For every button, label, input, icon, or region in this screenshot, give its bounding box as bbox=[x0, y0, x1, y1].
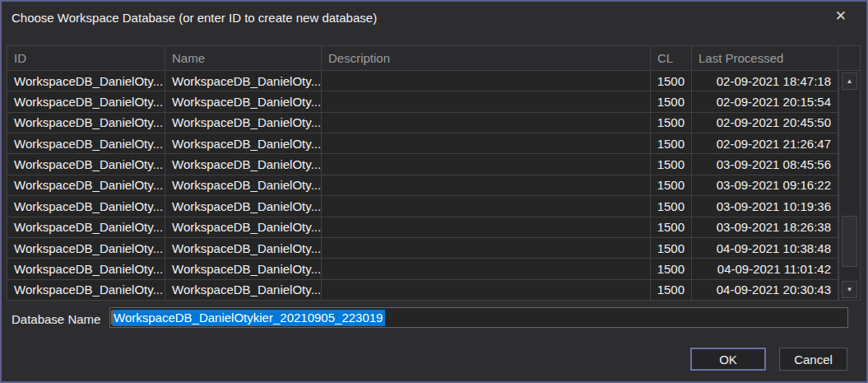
cell-cl[interactable]: 1500 bbox=[651, 196, 692, 216]
cell-id[interactable]: WorkspaceDB_DanielOty... bbox=[7, 175, 165, 195]
choose-workspace-database-dialog: Choose Workspace Database (or enter ID t… bbox=[0, 0, 868, 383]
column-header-description[interactable]: Description bbox=[322, 46, 651, 70]
scroll-up-icon: ▲ bbox=[847, 78, 853, 85]
cancel-button[interactable]: Cancel bbox=[779, 348, 847, 371]
cell-id[interactable]: WorkspaceDB_DanielOty... bbox=[7, 259, 165, 278]
table-row[interactable]: WorkspaceDB_DanielOty...WorkspaceDB_Dani… bbox=[7, 71, 838, 91]
cell-id[interactable]: WorkspaceDB_DanielOty... bbox=[7, 71, 165, 91]
cell-description[interactable] bbox=[322, 154, 651, 174]
cell-description[interactable] bbox=[322, 133, 651, 153]
cell-name[interactable]: WorkspaceDB_DanielOty... bbox=[165, 154, 322, 174]
cell-id[interactable]: WorkspaceDB_DanielOty... bbox=[7, 113, 165, 133]
table-row[interactable]: WorkspaceDB_DanielOty...WorkspaceDB_Dani… bbox=[7, 238, 838, 259]
database-name-value: WorkspaceDB_DanielOtykier_20210905_22301… bbox=[113, 310, 385, 326]
cell-last-processed[interactable]: 03-09-2021 10:19:36 bbox=[692, 196, 838, 216]
cell-cl[interactable]: 1500 bbox=[651, 259, 692, 278]
table-row[interactable]: WorkspaceDB_DanielOty...WorkspaceDB_Dani… bbox=[7, 280, 838, 300]
cell-last-processed[interactable]: 04-09-2021 20:30:43 bbox=[692, 280, 838, 300]
database-name-input[interactable]: WorkspaceDB_DanielOtykier_20210905_22301… bbox=[109, 307, 848, 328]
database-name-label: Database Name bbox=[12, 312, 100, 326]
cell-name[interactable]: WorkspaceDB_DanielOty... bbox=[165, 217, 322, 237]
cell-name[interactable]: WorkspaceDB_DanielOty... bbox=[165, 175, 322, 195]
cell-last-processed[interactable]: 02-09-2021 20:15:54 bbox=[692, 91, 838, 111]
cell-name[interactable]: WorkspaceDB_DanielOty... bbox=[165, 113, 322, 133]
table-row[interactable]: WorkspaceDB_DanielOty...WorkspaceDB_Dani… bbox=[7, 217, 838, 238]
scrollbar-thumb[interactable] bbox=[842, 216, 857, 267]
cell-cl[interactable]: 1500 bbox=[651, 175, 692, 195]
column-header-spacer bbox=[838, 46, 860, 70]
table-row[interactable]: WorkspaceDB_DanielOty...WorkspaceDB_Dani… bbox=[7, 196, 838, 217]
cell-id[interactable]: WorkspaceDB_DanielOty... bbox=[7, 217, 165, 237]
cell-description[interactable] bbox=[322, 280, 651, 300]
cell-cl[interactable]: 1500 bbox=[651, 154, 692, 174]
cell-cl[interactable]: 1500 bbox=[651, 280, 692, 300]
cell-description[interactable] bbox=[322, 217, 651, 237]
cell-last-processed[interactable]: 02-09-2021 18:47:18 bbox=[692, 71, 838, 91]
column-header-last-processed[interactable]: Last Processed bbox=[692, 46, 838, 70]
vertical-scrollbar[interactable]: ▲ ▼ bbox=[838, 71, 860, 300]
cell-id[interactable]: WorkspaceDB_DanielOty... bbox=[7, 91, 165, 111]
table-row[interactable]: WorkspaceDB_DanielOty...WorkspaceDB_Dani… bbox=[7, 154, 838, 175]
cell-last-processed[interactable]: 02-09-2021 21:26:47 bbox=[692, 133, 838, 153]
scroll-down-button[interactable]: ▼ bbox=[842, 281, 857, 298]
cell-id[interactable]: WorkspaceDB_DanielOty... bbox=[7, 280, 165, 300]
workspace-database-grid: ID Name Description CL Last Processed Wo… bbox=[7, 45, 861, 301]
cell-description[interactable] bbox=[322, 175, 651, 195]
table-row[interactable]: WorkspaceDB_DanielOty...WorkspaceDB_Dani… bbox=[7, 175, 838, 196]
table-row[interactable]: WorkspaceDB_DanielOty...WorkspaceDB_Dani… bbox=[7, 259, 838, 279]
cell-name[interactable]: WorkspaceDB_DanielOty... bbox=[165, 259, 322, 278]
cell-description[interactable] bbox=[322, 259, 651, 278]
dialog-title: Choose Workspace Database (or enter ID t… bbox=[12, 11, 377, 25]
cell-last-processed[interactable]: 04-09-2021 11:01:42 bbox=[692, 259, 838, 278]
cell-name[interactable]: WorkspaceDB_DanielOty... bbox=[165, 238, 322, 258]
cell-id[interactable]: WorkspaceDB_DanielOty... bbox=[7, 196, 165, 216]
cell-last-processed[interactable]: 03-09-2021 08:45:56 bbox=[692, 154, 838, 174]
cell-name[interactable]: WorkspaceDB_DanielOty... bbox=[165, 196, 322, 216]
table-row[interactable]: WorkspaceDB_DanielOty...WorkspaceDB_Dani… bbox=[7, 91, 838, 112]
cell-id[interactable]: WorkspaceDB_DanielOty... bbox=[7, 154, 165, 174]
cell-cl[interactable]: 1500 bbox=[651, 71, 692, 91]
cell-last-processed[interactable]: 03-09-2021 09:16:22 bbox=[692, 175, 838, 195]
table-row[interactable]: WorkspaceDB_DanielOty...WorkspaceDB_Dani… bbox=[7, 113, 838, 133]
cell-cl[interactable]: 1500 bbox=[651, 91, 692, 111]
cell-description[interactable] bbox=[322, 196, 651, 216]
cell-description[interactable] bbox=[322, 238, 651, 258]
cell-last-processed[interactable]: 03-09-2021 18:26:38 bbox=[692, 217, 838, 237]
cell-name[interactable]: WorkspaceDB_DanielOty... bbox=[165, 71, 322, 91]
cell-cl[interactable]: 1500 bbox=[651, 238, 692, 258]
cell-cl[interactable]: 1500 bbox=[651, 217, 692, 237]
table-row[interactable]: WorkspaceDB_DanielOty...WorkspaceDB_Dani… bbox=[7, 133, 838, 154]
cell-description[interactable] bbox=[322, 113, 651, 133]
scroll-up-button[interactable]: ▲ bbox=[842, 72, 857, 90]
cell-description[interactable] bbox=[322, 71, 651, 91]
table-header-row: ID Name Description CL Last Processed bbox=[7, 46, 860, 71]
cell-last-processed[interactable]: 02-09-2021 20:45:50 bbox=[692, 113, 838, 133]
cell-cl[interactable]: 1500 bbox=[651, 133, 692, 153]
cell-name[interactable]: WorkspaceDB_DanielOty... bbox=[165, 133, 322, 153]
table-body: WorkspaceDB_DanielOty...WorkspaceDB_Dani… bbox=[7, 71, 838, 300]
cell-cl[interactable]: 1500 bbox=[651, 113, 692, 133]
cell-id[interactable]: WorkspaceDB_DanielOty... bbox=[7, 238, 165, 258]
column-header-name[interactable]: Name bbox=[165, 46, 322, 70]
cell-description[interactable] bbox=[322, 91, 651, 111]
column-header-cl[interactable]: CL bbox=[651, 46, 692, 70]
cell-name[interactable]: WorkspaceDB_DanielOty... bbox=[165, 280, 322, 300]
column-header-id[interactable]: ID bbox=[7, 46, 165, 70]
cell-id[interactable]: WorkspaceDB_DanielOty... bbox=[7, 133, 165, 153]
cell-name[interactable]: WorkspaceDB_DanielOty... bbox=[165, 91, 322, 111]
close-icon[interactable]: ✕ bbox=[835, 8, 847, 25]
scroll-down-icon: ▼ bbox=[847, 287, 853, 293]
cell-last-processed[interactable]: 04-09-2021 10:38:48 bbox=[692, 238, 838, 258]
ok-button[interactable]: OK bbox=[690, 348, 766, 371]
